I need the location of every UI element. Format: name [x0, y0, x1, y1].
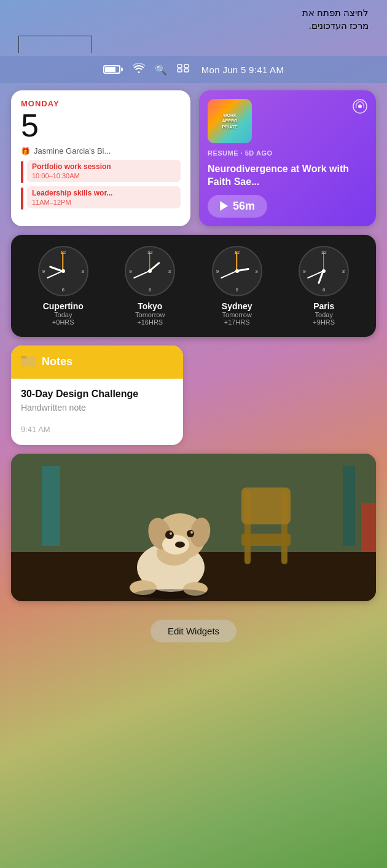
svg-point-31 — [134, 589, 208, 599]
wifi-icon — [133, 63, 145, 76]
svg-point-25 — [187, 530, 194, 537]
svg-rect-16 — [241, 534, 291, 546]
notes-folder-icon — [21, 354, 36, 370]
notes-title: Notes — [42, 355, 72, 368]
edit-widgets-area: Edit Widgets — [11, 610, 376, 655]
notes-content: 30-Day Design Challenge Handwritten note… — [11, 379, 183, 446]
widgets-area: MONDAY 5 🎁 Jasmine Garcia's Bi... Portfo… — [0, 83, 387, 667]
svg-point-28 — [175, 542, 185, 548]
clock-paris: 12 3 6 9 Paris Today +9HRS — [299, 246, 349, 326]
battery-icon — [103, 65, 123, 74]
calendar-widget[interactable]: MONDAY 5 🎁 Jasmine Garcia's Bi... Portfo… — [11, 90, 190, 226]
clock-center-cupertino — [61, 269, 65, 273]
event-content-1: Portfolio work session 10:00–10:30AM — [27, 160, 181, 182]
second-hand-tokyo — [149, 251, 150, 271]
clock-label-cupertino: Cupertino Today +0HRS — [43, 301, 84, 326]
play-triangle-icon — [220, 201, 228, 211]
calendar-day-label: MONDAY — [21, 99, 181, 108]
datetime-label: Mon Jun 5 9:41 AM — [201, 65, 284, 75]
svg-point-24 — [165, 531, 174, 539]
clock-face-cupertino: 12 3 6 9 — [38, 246, 88, 296]
clock-face-tokyo: 12 3 6 9 — [125, 246, 175, 296]
calendar-event-1: Portfolio work session 10:00–10:30AM — [21, 160, 181, 183]
status-bar: 🔍 Mon Jun 5 9:41 AM — [0, 56, 387, 83]
podcast-episode-title: Neurodivergence at Work with Faith Sae..… — [208, 163, 367, 189]
note-subtitle: Handwritten note — [21, 403, 173, 412]
event-title-1: Portfolio work session — [32, 162, 176, 172]
svg-rect-0 — [178, 65, 182, 68]
svg-point-27 — [190, 531, 193, 534]
clock-widget[interactable]: 12 3 6 9 Cupertino Today +0HRS — [11, 235, 376, 337]
podcast-play-button[interactable]: 56m — [208, 195, 267, 218]
calendar-date: 5 — [21, 109, 181, 141]
tooltip-line2: מרכז העדכונים. — [309, 20, 369, 31]
clock-label-sydney: Sydney Tomorrow +17HRS — [222, 301, 252, 326]
clock-label-paris: Paris Today +9HRS — [313, 301, 335, 326]
note-title: 30-Day Design Challenge — [21, 388, 173, 401]
svg-rect-11 — [42, 466, 60, 546]
top-row: MONDAY 5 🎁 Jasmine Garcia's Bi... Portfo… — [11, 90, 376, 226]
svg-rect-1 — [184, 65, 189, 68]
notes-widget[interactable]: Notes 30-Day Design Challenge Handwritte… — [11, 345, 183, 446]
calendar-birthday: 🎁 Jasmine Garcia's Bi... — [21, 146, 181, 156]
event-title-2: Leadership skills wor... — [32, 189, 176, 199]
control-center-icon[interactable] — [177, 63, 189, 76]
clock-label-tokyo: Tokyo Tomorrow +16HRS — [135, 301, 165, 326]
svg-rect-12 — [343, 466, 355, 546]
podcasts-widget[interactable]: WORKAPPROPRIATE RESUME · 5D AGO Neurodiv… — [199, 90, 376, 226]
podcast-artwork: WORKAPPROPRIATE — [208, 99, 252, 143]
event-content-2: Leadership skills wor... 11AM–12PM — [27, 186, 181, 208]
clock-center-sydney — [235, 269, 239, 273]
second-hand-cupertino — [62, 251, 63, 271]
clock-sydney: 12 3 6 9 Sydney Tomorrow +17HRS — [212, 246, 262, 326]
podcast-header: WORKAPPROPRIATE — [208, 99, 367, 143]
photo-scene — [11, 454, 376, 601]
podcast-resume-label: RESUME · 5D AGO — [208, 149, 367, 157]
second-hand-paris — [323, 251, 324, 271]
event-bar-1 — [21, 161, 23, 183]
event-time-2: 11AM–12PM — [32, 199, 176, 206]
photo-widget[interactable] — [11, 454, 376, 601]
search-icon[interactable]: 🔍 — [155, 64, 167, 76]
tooltip-area: לחיצה תפתח את מרכז העדכונים. — [0, 0, 387, 56]
notes-header: Notes — [11, 345, 183, 379]
podcast-duration: 56m — [233, 200, 255, 213]
svg-point-5 — [358, 105, 362, 108]
svg-rect-3 — [184, 69, 189, 72]
edit-widgets-button[interactable]: Edit Widgets — [150, 620, 237, 642]
second-hand-sydney — [236, 251, 237, 271]
podcast-artwork-text: WORKAPPROPRIATE — [219, 110, 240, 132]
clock-face-sydney: 12 3 6 9 — [212, 246, 262, 296]
clock-face-paris: 12 3 6 9 — [299, 246, 349, 296]
svg-rect-8 — [21, 357, 36, 366]
note-time: 9:41 AM — [21, 425, 173, 434]
clock-cupertino: 12 3 6 9 Cupertino Today +0HRS — [38, 246, 88, 326]
podcast-app-icon — [353, 99, 367, 117]
svg-rect-17 — [361, 503, 376, 552]
svg-point-26 — [170, 532, 172, 535]
event-time-1: 10:00–10:30AM — [32, 172, 176, 180]
calendar-event-2: Leadership skills wor... 11AM–12PM — [21, 186, 181, 210]
clock-tokyo: 12 3 6 9 Tokyo Tomorrow +16HRS — [125, 246, 175, 326]
event-bar-2 — [21, 187, 23, 210]
birthday-icon: 🎁 — [21, 147, 30, 156]
tooltip-bracket — [18, 36, 92, 53]
svg-rect-2 — [178, 69, 182, 72]
tooltip-line1: לחיצה תפתח את — [302, 7, 369, 18]
clock-center-paris — [322, 269, 326, 273]
clock-center-tokyo — [148, 269, 152, 273]
svg-rect-15 — [241, 487, 291, 524]
birthday-text: Jasmine Garcia's Bi... — [34, 146, 111, 156]
